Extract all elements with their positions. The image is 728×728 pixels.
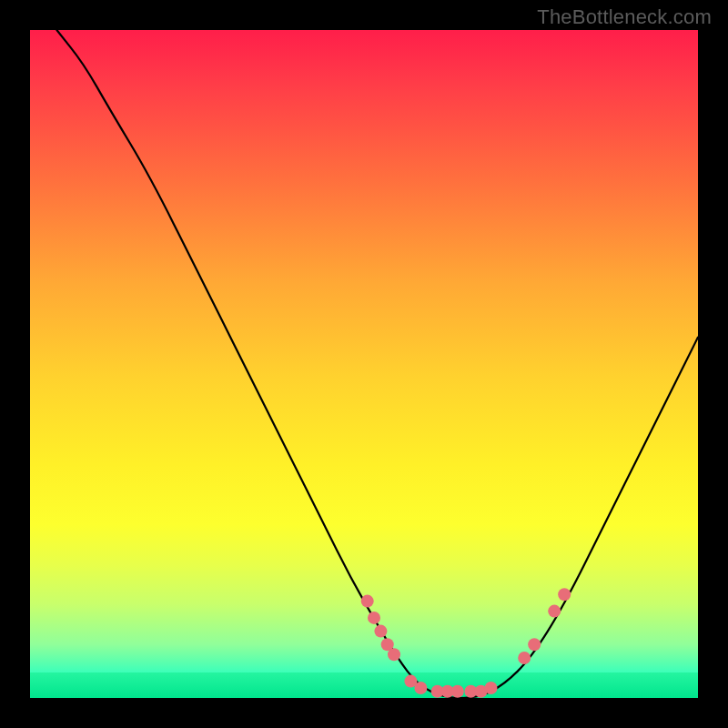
data-markers-group <box>361 588 571 698</box>
data-marker <box>414 682 427 694</box>
data-marker <box>374 625 387 638</box>
bottleneck-curve <box>56 30 698 698</box>
data-marker <box>388 648 400 661</box>
data-marker <box>368 612 380 624</box>
data-marker <box>361 595 374 608</box>
data-marker <box>451 685 464 698</box>
chart-svg <box>30 30 698 698</box>
watermark-text: TheBottleneck.com <box>537 5 712 29</box>
data-marker <box>485 682 498 694</box>
data-marker <box>518 652 531 664</box>
data-marker <box>558 588 571 601</box>
chart-plot-area <box>30 30 698 698</box>
data-marker <box>528 638 541 651</box>
data-marker <box>548 605 561 618</box>
